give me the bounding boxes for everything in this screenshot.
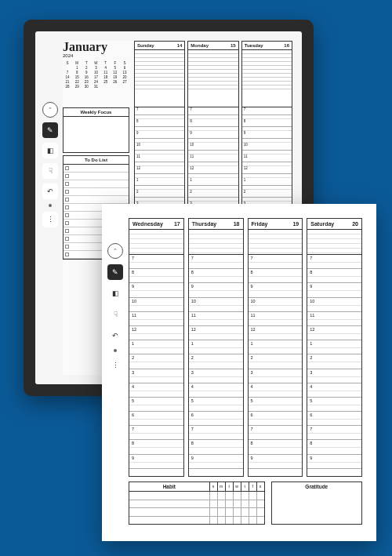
hour-row[interactable]: 4 xyxy=(129,383,183,398)
hour-row[interactable]: 9 xyxy=(129,283,183,297)
day-hours[interactable]: 789101112123456789 xyxy=(307,255,361,476)
habit-row[interactable] xyxy=(129,508,264,517)
hour-row[interactable]: 12 xyxy=(188,166,238,174)
hour-row[interactable]: 12 xyxy=(129,326,183,340)
hour-row[interactable]: 4 xyxy=(307,383,361,398)
checkbox-icon[interactable] xyxy=(65,221,69,225)
hour-row[interactable]: 6 xyxy=(189,412,243,426)
hour-row[interactable]: 1 xyxy=(188,178,238,186)
hour-row[interactable]: 9 xyxy=(249,455,303,469)
hour-row[interactable]: 2 xyxy=(188,190,238,198)
habit-cell[interactable] xyxy=(217,492,225,500)
habit-cell[interactable] xyxy=(209,508,217,516)
todo-row[interactable] xyxy=(64,173,129,180)
day-top-area[interactable] xyxy=(242,50,292,107)
habit-cell[interactable] xyxy=(209,492,217,500)
day-top-area[interactable] xyxy=(189,230,243,255)
hour-row[interactable]: 2 xyxy=(242,190,292,198)
habit-cell[interactable] xyxy=(241,492,249,500)
hour-row[interactable]: 8 xyxy=(242,119,292,127)
hour-row[interactable]: 9 xyxy=(188,131,238,139)
checkbox-icon[interactable] xyxy=(65,190,69,194)
hour-row[interactable]: 7 xyxy=(307,255,361,269)
hour-row[interactable]: 10 xyxy=(189,298,243,312)
weekly-focus-area[interactable] xyxy=(64,117,129,152)
habit-cell[interactable] xyxy=(233,492,241,500)
hour-row[interactable]: 11 xyxy=(189,312,243,326)
day-top-area[interactable] xyxy=(307,230,361,255)
checkbox-icon[interactable] xyxy=(65,213,69,217)
hour-row[interactable]: 5 xyxy=(189,398,243,412)
day-hours[interactable]: 789101112123456789 xyxy=(249,255,303,476)
hour-row[interactable]: 11 xyxy=(188,154,238,162)
hour-row[interactable]: 2 xyxy=(129,354,183,369)
undo-icon[interactable]: ↶ xyxy=(107,328,123,343)
habit-cell[interactable] xyxy=(225,500,233,508)
hour-row[interactable]: 8 xyxy=(129,440,183,454)
hour-row[interactable]: 7 xyxy=(307,426,361,440)
hour-row[interactable]: 11 xyxy=(135,154,184,162)
collapse-up-icon[interactable]: ⌃ xyxy=(42,102,58,118)
hour-row[interactable]: 7 xyxy=(189,426,243,440)
hour-row[interactable]: 7 xyxy=(135,107,184,115)
hour-row[interactable]: 10 xyxy=(242,143,292,151)
hour-row[interactable]: 6 xyxy=(129,412,183,426)
hour-row[interactable]: 7 xyxy=(189,255,243,269)
habit-cell[interactable] xyxy=(249,517,256,525)
hour-row[interactable]: 7 xyxy=(242,107,292,115)
habit-row[interactable] xyxy=(129,517,264,525)
checkbox-icon[interactable] xyxy=(65,245,69,249)
habit-cell[interactable] xyxy=(217,517,225,525)
undo-icon[interactable]: ↶ xyxy=(42,184,58,199)
hour-row[interactable]: 2 xyxy=(249,354,303,369)
hour-row[interactable]: 6 xyxy=(307,412,361,426)
hour-row[interactable]: 1 xyxy=(129,340,183,354)
hour-row[interactable]: 3 xyxy=(189,369,243,383)
habit-cell[interactable] xyxy=(256,508,264,516)
hour-row[interactable]: 11 xyxy=(129,312,183,326)
hour-row[interactable]: 3 xyxy=(307,369,361,383)
hour-row[interactable]: 10 xyxy=(129,298,183,312)
hour-row[interactable]: 7 xyxy=(188,107,238,115)
more-tools-icon[interactable]: ⋮ xyxy=(107,358,123,373)
hour-row[interactable]: 7 xyxy=(249,426,303,440)
hour-row[interactable]: 8 xyxy=(307,269,361,283)
hour-row[interactable]: 7 xyxy=(129,426,183,440)
todo-row[interactable] xyxy=(64,165,129,173)
habit-cell[interactable] xyxy=(249,500,256,508)
collapse-up-icon[interactable]: ⌃ xyxy=(107,243,123,259)
brush-tool-icon[interactable]: ☟ xyxy=(42,163,58,179)
day-hours[interactable]: 789101112123456789 xyxy=(189,255,243,476)
hour-row[interactable]: 10 xyxy=(188,143,238,151)
hour-row[interactable]: 2 xyxy=(189,354,243,369)
hour-row[interactable]: 2 xyxy=(307,354,361,369)
hour-row[interactable]: 8 xyxy=(307,440,361,454)
hour-row[interactable]: 9 xyxy=(135,131,184,139)
todo-row[interactable] xyxy=(64,196,129,204)
habit-cell[interactable] xyxy=(209,517,217,525)
habit-cell[interactable] xyxy=(209,500,217,508)
hour-row[interactable]: 4 xyxy=(249,383,303,398)
hour-row[interactable]: 12 xyxy=(242,166,292,174)
more-tools-icon[interactable]: ⋮ xyxy=(42,212,58,227)
habit-cell[interactable] xyxy=(249,508,256,516)
hour-row[interactable]: 8 xyxy=(135,119,184,127)
habit-cell[interactable] xyxy=(233,508,241,516)
checkbox-icon[interactable] xyxy=(65,229,69,233)
hour-row[interactable]: 12 xyxy=(189,326,243,340)
checkbox-icon[interactable] xyxy=(65,253,69,256)
hour-row[interactable]: 2 xyxy=(135,190,184,198)
todo-row[interactable] xyxy=(64,188,129,196)
habit-row[interactable] xyxy=(129,500,264,509)
hour-row[interactable]: 1 xyxy=(307,340,361,354)
hour-row[interactable]: 1 xyxy=(249,340,303,354)
hour-row[interactable]: 9 xyxy=(307,455,361,469)
checkbox-icon[interactable] xyxy=(65,205,69,209)
hour-row[interactable]: 10 xyxy=(135,143,184,151)
habit-cell[interactable] xyxy=(256,500,264,508)
hour-row[interactable]: 11 xyxy=(249,312,303,326)
brush-tool-icon[interactable]: ☟ xyxy=(107,307,123,322)
eraser-tool-icon[interactable]: ◧ xyxy=(42,143,58,158)
habit-cell[interactable] xyxy=(217,500,225,508)
pen-tool-icon[interactable]: ✎ xyxy=(42,122,58,138)
